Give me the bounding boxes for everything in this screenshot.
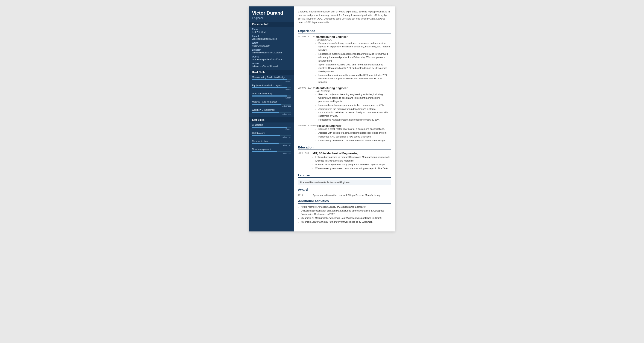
- edu-bullet: Followed my passion in Product Design an…: [315, 156, 391, 159]
- exp-jobtitle: Manufacturing Engineer: [316, 35, 391, 38]
- skill-level: Expert: [252, 80, 291, 83]
- exp-bullet: Assisted with design of a small custom m…: [318, 131, 391, 135]
- exp-bullet: Performed CAD design for a new sports vi…: [318, 135, 391, 139]
- skill-bar-fill: [252, 127, 287, 128]
- award-section: Award 2015 Spearheaded team that receive…: [298, 188, 391, 197]
- edu-bullets: Followed my passion in Product Design an…: [312, 156, 391, 171]
- exp-date: 2009-05 - 2014-06: [298, 86, 316, 122]
- exp-company: Raytheon IADC: [316, 38, 391, 41]
- exp-bullet: Increased production quality, measured b…: [318, 74, 391, 84]
- item-value: linkedin.com/in/VictorJDurand: [252, 51, 291, 54]
- additional-bullet: My article 10 Mechanical Engineering Bes…: [301, 216, 391, 220]
- additional-title: Additional Activities: [298, 199, 391, 204]
- skill-item: Time Management Advanced: [249, 147, 294, 155]
- edu-bullet: Excelled in Mechanics and Materials.: [315, 159, 391, 163]
- additional-bullet: Delivered a presentation on Lean Manufac…: [301, 209, 391, 216]
- candidate-name: Victor Durand: [252, 10, 291, 16]
- personal-info-item: Twittertwitter.com/VictorJDurand: [249, 61, 294, 68]
- skill-item: Equipment Installation Layout Expert: [249, 83, 294, 91]
- item-label: Phone: [252, 28, 291, 30]
- skill-level: Expert: [252, 89, 291, 91]
- skill-name: Lean Manufacturing: [252, 92, 291, 95]
- hard-skills-section: Hard Skills Manufacturing Production Des…: [249, 70, 294, 116]
- skill-item: Collaboration Advanced: [249, 131, 294, 139]
- skill-item: Manufacturing Production Design Expert: [249, 75, 294, 83]
- skill-bar-bg: [252, 79, 291, 80]
- item-value: quora.com/profile/VictorJDurand: [252, 58, 291, 61]
- edu-date: 2004 - 2008: [298, 152, 312, 171]
- skill-bar-fill: [252, 104, 282, 105]
- exp-bullet: Administered the manufacturing departmen…: [318, 107, 391, 118]
- experience-entry: 2009-05 - 2014-06 Manufacturing Engineer…: [298, 86, 391, 122]
- additional-bullet: Active member, American Society of Manuf…: [301, 205, 391, 209]
- item-label: Twitter: [252, 62, 291, 65]
- experience-section: Experience 2014-06 - 2017-07 Manufacturi…: [298, 29, 391, 143]
- hard-skills-items: Manufacturing Production Design Expert E…: [249, 75, 294, 116]
- exp-content: Freelance Engineer Sourced a small motor…: [316, 124, 391, 143]
- personal-info-title: Personal Info: [249, 22, 294, 27]
- additional-section: Additional Activities Active member, Ame…: [298, 199, 391, 224]
- name-section: Victor Durand Engineer: [249, 6, 294, 22]
- skill-bar-fill: [252, 143, 279, 144]
- skill-bar-fill: [252, 135, 280, 136]
- edu-bullet: Wrote a weekly column on Lean Manufactur…: [315, 167, 391, 170]
- skill-item: Communication Advanced: [249, 139, 294, 147]
- skill-name: Collaboration: [252, 132, 291, 134]
- exp-bullet: Redesigned machine arrangements departme…: [318, 52, 391, 63]
- skill-name: Material Handling Layout: [252, 100, 291, 103]
- exp-bullet: Consistently delivered to customer needs…: [318, 139, 391, 142]
- exp-date: 2008-06 - 2009-05: [298, 124, 316, 143]
- exp-jobtitle: Freelance Engineer: [316, 124, 391, 127]
- personal-info-items: Phone978-289-2658E-mailvictorjdurand@gma…: [249, 27, 294, 68]
- summary-text: Energetic mechanical engineer with 9+ ye…: [298, 10, 391, 26]
- skill-bar-fill: [252, 87, 287, 88]
- personal-info-item: Quoraquora.com/profile/VictorJDurand: [249, 54, 294, 61]
- personal-info-item: Phone978-289-2658: [249, 27, 294, 34]
- item-label: Quora: [252, 55, 291, 58]
- exp-bullet: Executed daily manufacturing engineering…: [318, 93, 391, 103]
- personal-info-item: E-mailvictorjdurand@gmail.com: [249, 34, 294, 40]
- skill-bar-bg: [252, 143, 291, 144]
- exp-content: Manufacturing Engineer Raytheon IADC Des…: [316, 35, 391, 84]
- item-label: LinkedIn: [252, 48, 291, 51]
- experience-entry: 2014-06 - 2017-07 Manufacturing Engineer…: [298, 35, 391, 84]
- sidebar: Victor Durand Engineer Personal Info Pho…: [249, 6, 294, 231]
- award-title: Award: [298, 188, 391, 192]
- exp-bullet: Spearheaded the Quality, Cost, and Time …: [318, 63, 391, 73]
- skill-name: Communication: [252, 140, 291, 142]
- exp-bullet: Redesigned Kanban system. Decreased inve…: [318, 118, 391, 122]
- skill-item: Workflow Development Advanced: [249, 107, 294, 116]
- award-content: Spearheaded team that received Shingo Pr…: [312, 194, 391, 197]
- main-content: Energetic mechanical engineer with 9+ ye…: [294, 6, 395, 231]
- skill-item: Leadership Expert: [249, 122, 294, 131]
- exp-content: Manufacturing Engineer BAE Systems Execu…: [316, 86, 391, 122]
- skill-bar-fill: [252, 95, 287, 96]
- education-section: Education 2004 - 2008 MIT, BS in Mechani…: [298, 145, 391, 171]
- exp-bullets: Sourced a small motor gear box for a cus…: [316, 127, 391, 142]
- exp-bullets: Executed daily manufacturing engineering…: [316, 93, 391, 122]
- soft-skills-section: Soft Skills Leadership Expert Collaborat…: [249, 117, 294, 155]
- skill-bar-bg: [252, 104, 291, 105]
- skill-bar-bg: [252, 87, 291, 88]
- license-section: License Licensed Massachusetts Professio…: [298, 173, 391, 185]
- license-value: Licensed Massachusetts Professional Engi…: [298, 180, 391, 185]
- edu-content: MIT, BS in Mechanical Engineering Follow…: [312, 152, 391, 171]
- skill-name: Time Management: [252, 148, 291, 151]
- item-label: WWW: [252, 42, 291, 44]
- skill-bar-fill: [252, 151, 277, 152]
- skill-name: Leadership: [252, 124, 291, 126]
- education-entries: 2004 - 2008 MIT, BS in Mechanical Engine…: [298, 152, 391, 171]
- skill-bar-bg: [252, 95, 291, 96]
- personal-info-item: WWWVictorDurand.com: [249, 40, 294, 47]
- experience-entry: 2008-06 - 2009-05 Freelance Engineer Sou…: [298, 124, 391, 143]
- skill-name: Workflow Development: [252, 108, 291, 111]
- hard-skills-title: Hard Skills: [249, 70, 294, 75]
- experience-title: Experience: [298, 29, 391, 33]
- skill-level: Advanced: [252, 153, 291, 155]
- item-value: 978-289-2658: [252, 31, 291, 33]
- skill-level: Advanced: [252, 113, 291, 115]
- item-label: E-mail: [252, 35, 291, 37]
- skill-level: Expert: [252, 97, 291, 99]
- skill-item: Material Handling Layout Advanced: [249, 99, 294, 107]
- exp-bullet: Sourced a small motor gear box for a cus…: [318, 127, 391, 131]
